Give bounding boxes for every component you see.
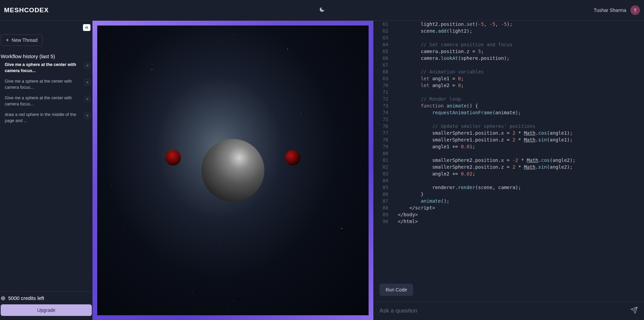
code-line: 77 smallerSphere1.position.x = 2 * Math.…: [378, 130, 644, 136]
history-item-menu[interactable]: [84, 63, 90, 69]
code-line: 81 smallerSphere2.position.x = -2 * Math…: [378, 157, 644, 164]
sidebar: + New Thread Workflow history (last 5) G…: [0, 21, 92, 320]
history-list: Give me a sphere at the center with came…: [0, 62, 92, 124]
history-item[interactable]: Give me a sphere at the center with came…: [5, 79, 90, 90]
svg-point-12: [1, 296, 5, 300]
history-item[interactable]: Give me a sphere at the center with came…: [5, 62, 90, 74]
code-line: 73 function animate() {: [378, 102, 644, 109]
username: Tushar Sharma: [594, 7, 626, 13]
history-item[interactable]: Give me a sphere at the center with came…: [5, 95, 90, 107]
code-line: 86 }: [378, 191, 644, 198]
theme-toggle[interactable]: [319, 6, 325, 14]
code-line: 62 scene.add(light2);: [378, 28, 644, 34]
render-canvas[interactable]: [97, 26, 369, 315]
code-line: 72 // Render loop: [378, 96, 644, 102]
header-user-area: Tushar Sharma T: [594, 5, 640, 15]
code-line: 67: [378, 62, 644, 68]
center-sphere: [202, 139, 265, 202]
code-line: 76 // Update smaller spheres' positions: [378, 123, 644, 130]
code-panel: 61 light2.position.set(-5, -5, -5);62 sc…: [373, 21, 644, 320]
code-line: 84: [378, 177, 644, 184]
moon-icon: [319, 6, 325, 13]
code-line: 74 requestAnimationFrame(animate);: [378, 109, 644, 116]
code-line: 75: [378, 116, 644, 123]
preview-panel: [92, 21, 373, 320]
code-line: 65 camera.position.z = 5;: [378, 48, 644, 55]
chevron-double-left-icon: [84, 25, 89, 30]
svg-point-13: [2, 297, 4, 299]
menu-lines-icon: [86, 114, 89, 117]
code-line: 89</body>: [378, 211, 644, 218]
run-code-button[interactable]: Run Code: [379, 284, 413, 296]
menu-lines-icon: [86, 81, 89, 84]
code-line: 70 let angle2 = 0;: [378, 82, 644, 89]
code-editor[interactable]: 61 light2.position.set(-5, -5, -5);62 sc…: [373, 21, 644, 278]
credits-icon: [1, 296, 5, 301]
code-line: 88 </script>: [378, 204, 644, 211]
code-line: 79 angle1 += 0.01;: [378, 143, 644, 150]
history-title: Workflow history (last 5): [1, 53, 92, 59]
history-item-text: Give me a sphere at the center with came…: [5, 62, 82, 74]
app-header: MESHCODEX Tushar Sharma T: [0, 0, 644, 21]
question-input[interactable]: [379, 307, 626, 314]
avatar[interactable]: T: [630, 5, 640, 15]
history-item-text: draw a red sphere in the middle of the p…: [5, 112, 82, 124]
code-line: 85 renderer.render(scene, camera);: [378, 184, 644, 191]
history-item-menu[interactable]: [84, 79, 90, 85]
code-line: 63: [378, 34, 644, 41]
history-item-text: Give me a sphere at the center with came…: [5, 95, 82, 107]
history-item-text: Give me a sphere at the center with came…: [5, 79, 82, 90]
code-line: 69 let angle1 = 0;: [378, 75, 644, 82]
code-line: 66 camera.lookAt(sphere.position);: [378, 55, 644, 62]
chat-input-bar: [373, 301, 644, 320]
code-line: 61 light2.position.set(-5, -5, -5);: [378, 21, 644, 28]
history-item-menu[interactable]: [84, 113, 90, 119]
code-line: 90</html>: [378, 218, 644, 225]
code-line: 71: [378, 89, 644, 96]
menu-lines-icon: [86, 64, 89, 67]
brand-logo: MESHCODEX: [4, 6, 49, 14]
history-item-menu[interactable]: [84, 96, 90, 102]
plus-icon: +: [6, 37, 9, 43]
code-line: 64 // Set camera position and focus: [378, 41, 644, 48]
send-icon: [630, 306, 638, 314]
send-button[interactable]: [630, 306, 638, 315]
credits-display: 5000 credits left: [1, 295, 92, 301]
code-line: 82 smallerSphere2.position.z = 2 * Math.…: [378, 164, 644, 170]
new-thread-button[interactable]: + New Thread: [1, 34, 43, 46]
menu-lines-icon: [86, 97, 89, 101]
history-item[interactable]: draw a red sphere in the middle of the p…: [5, 112, 90, 124]
upgrade-button[interactable]: Upgrade: [1, 304, 92, 316]
code-line: 80: [378, 150, 644, 157]
code-line: 78 smallerSphere1.position.z = 2 * Math.…: [378, 136, 644, 143]
code-line: 68 // Animation variables: [378, 68, 644, 75]
code-line: 87 animate();: [378, 198, 644, 204]
code-line: 83 angle2 += 0.02;: [378, 170, 644, 177]
collapse-sidebar-button[interactable]: [83, 24, 90, 31]
